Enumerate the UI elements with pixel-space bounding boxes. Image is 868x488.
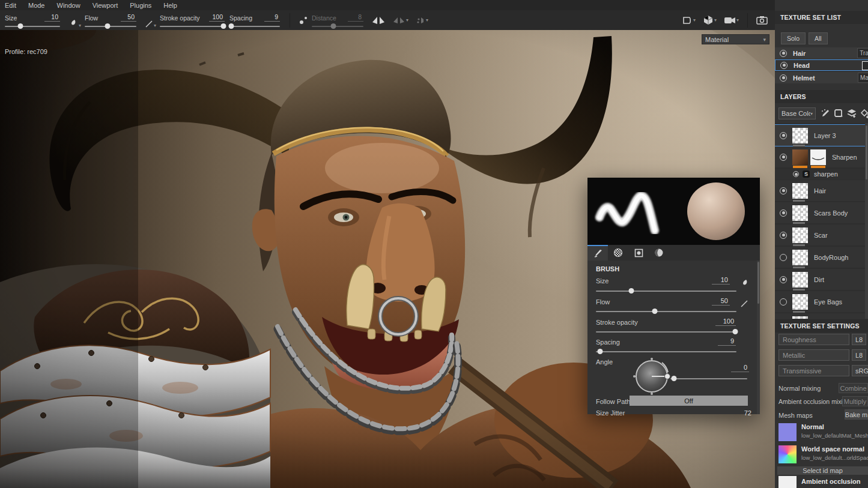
pp-size-jitter-value[interactable]: 72 <box>744 409 751 417</box>
symmetry-icon[interactable] <box>372 13 385 28</box>
pp-stroke-opacity-slider[interactable] <box>596 331 736 333</box>
texture-set-buttons: Solo All <box>781 32 831 44</box>
layer-effect-row-sharpen[interactable]: S sharpen <box>775 169 868 179</box>
pp-stroke-opacity-value[interactable]: 100 <box>715 318 736 326</box>
pp-follow-path-label: Follow Path <box>596 398 630 405</box>
layer-row-layer3[interactable]: Layer 3 <box>775 124 868 146</box>
tab-brush[interactable] <box>587 245 608 261</box>
roughness-format-dropdown[interactable]: L8 <box>852 334 866 345</box>
layer-row-bodyrough[interactable]: BodyRough <box>775 247 868 268</box>
camera-view-icon[interactable]: ▾ <box>724 13 739 28</box>
stroke-opacity-value[interactable]: 100 <box>209 14 225 22</box>
channel-filter-dropdown[interactable]: Base Colo ▾ <box>778 107 816 119</box>
flow-value[interactable]: 50 <box>121 14 136 22</box>
normal-mixing-dropdown[interactable]: Combine <box>839 383 868 393</box>
screenshot-camera-icon[interactable] <box>756 13 768 28</box>
flow-curve-icon[interactable]: ▾ <box>145 13 156 28</box>
pp-brush-tip-icon[interactable] <box>740 279 750 288</box>
tab-stencil[interactable] <box>628 245 649 261</box>
chevron-down-icon: ▾ <box>406 18 408 23</box>
menu-edit[interactable]: Edit <box>5 2 23 9</box>
pp-flow-slider[interactable] <box>596 311 736 312</box>
menu-mode[interactable]: Mode <box>28 2 52 9</box>
visibility-toggle[interactable] <box>780 276 787 283</box>
stroke-opacity-slider[interactable] <box>160 26 225 27</box>
size-slider[interactable] <box>5 26 60 27</box>
visibility-toggle[interactable] <box>780 232 787 239</box>
pp-spacing-value[interactable]: 9 <box>718 337 736 346</box>
pp-flow-curve-icon[interactable] <box>740 300 748 308</box>
tab-material[interactable] <box>649 245 669 261</box>
layer-row-sharpen[interactable]: Sharpen <box>775 146 868 167</box>
mesh-map-ambient-occlusion[interactable]: Ambient occlusion <box>775 476 868 488</box>
solo-button[interactable]: Solo <box>781 32 806 44</box>
layers-scrollbar[interactable] <box>865 123 868 319</box>
texture-set-row-helmet[interactable]: Helmet Ma <box>775 72 868 83</box>
size-value[interactable]: 10 <box>44 14 60 22</box>
brush-tip-icon[interactable]: ▾ <box>68 13 81 28</box>
flow-slider[interactable] <box>85 26 136 27</box>
visibility-toggle[interactable] <box>780 50 787 57</box>
pp-angle-slider[interactable] <box>670 378 747 379</box>
symmetry-settings-icon[interactable]: ▾ <box>392 13 408 28</box>
projection-icon[interactable]: ▾ <box>416 13 428 28</box>
all-button[interactable]: All <box>809 32 828 44</box>
pp-spacing-slider[interactable] <box>596 351 736 352</box>
layer-row-dirt[interactable]: Dirt <box>775 269 868 290</box>
visibility-toggle[interactable] <box>780 209 787 217</box>
mesh-map-world-space-normal[interactable]: World space normal low_low_default...orl… <box>775 444 868 466</box>
spacing-slider[interactable] <box>229 26 280 27</box>
bake-mesh-maps-button[interactable]: Bake m <box>845 409 868 420</box>
ao-mixing-dropdown[interactable]: Multiply <box>842 396 868 406</box>
lazy-mouse-icon[interactable] <box>299 13 308 28</box>
texture-set-row-hair[interactable]: Hair Tra <box>775 47 868 59</box>
select-id-map-button[interactable]: Select id map <box>777 466 868 475</box>
tab-alpha[interactable] <box>608 245 628 261</box>
layer-thumbnail <box>792 183 808 199</box>
menu-window[interactable]: Window <box>57 2 88 9</box>
texture-set-badge[interactable]: Tra <box>857 48 868 58</box>
add-layer-icon[interactable] <box>847 109 857 118</box>
metallic-format-dropdown[interactable]: L8 <box>852 349 866 361</box>
visibility-toggle[interactable] <box>780 254 787 261</box>
add-effect-icon[interactable] <box>821 109 830 118</box>
visibility-toggle[interactable] <box>780 62 788 69</box>
layer-row-partial[interactable] <box>775 313 868 319</box>
pp-size-slider[interactable] <box>596 291 736 292</box>
visibility-toggle[interactable] <box>780 132 787 139</box>
add-fill-layer-icon[interactable] <box>860 109 868 118</box>
add-smart-material-icon[interactable] <box>834 109 843 118</box>
transmissive-channel[interactable]: Transmissive <box>778 365 849 376</box>
texture-set-rename-input[interactable] <box>862 61 868 70</box>
pp-size-value[interactable]: 10 <box>712 276 730 285</box>
pp-angle-dial[interactable] <box>631 355 673 397</box>
chevron-down-icon: ▾ <box>154 23 156 28</box>
visibility-toggle[interactable] <box>780 74 787 82</box>
pp-follow-path-toggle[interactable]: Off <box>630 396 748 406</box>
visibility-toggle[interactable] <box>780 154 787 161</box>
visibility-toggle[interactable] <box>780 187 787 194</box>
visibility-toggle[interactable] <box>793 171 799 177</box>
pp-flow-value[interactable]: 50 <box>712 297 730 306</box>
menu-viewport[interactable]: Viewport <box>93 2 126 9</box>
shading-mode-dropdown[interactable]: Material ▾ <box>702 34 769 44</box>
menu-help[interactable]: Help <box>163 2 184 9</box>
viewport-mode-icon[interactable]: ▾ <box>682 13 696 28</box>
roughness-channel[interactable]: Roughness <box>778 334 849 345</box>
pp-angle-value[interactable]: 0 <box>731 364 749 372</box>
layer-row-scar[interactable]: Scar <box>775 224 868 246</box>
spacing-value[interactable]: 9 <box>264 14 280 22</box>
layer-row-scars-body[interactable]: Scars Body <box>775 202 868 223</box>
popup-scrollbar[interactable] <box>757 261 760 414</box>
menu-plugins[interactable]: Plugins <box>130 2 159 9</box>
chevron-down-icon: ▾ <box>714 18 717 23</box>
layer-row-hair[interactable]: Hair <box>775 180 868 201</box>
transmissive-format-dropdown[interactable]: sRGB <box>852 365 868 376</box>
mesh-map-normal[interactable]: Normal low_low_defaultMat_MeshNo <box>775 422 868 444</box>
visibility-toggle[interactable] <box>780 298 787 306</box>
layer-row-eye-bags[interactable]: Eye Bags <box>775 291 868 312</box>
texture-set-badge[interactable]: Ma <box>858 73 868 83</box>
metallic-channel[interactable]: Metallic <box>778 349 849 361</box>
texture-set-row-head[interactable]: Head <box>775 59 868 71</box>
geometry-icon[interactable]: ▾ <box>703 13 717 28</box>
